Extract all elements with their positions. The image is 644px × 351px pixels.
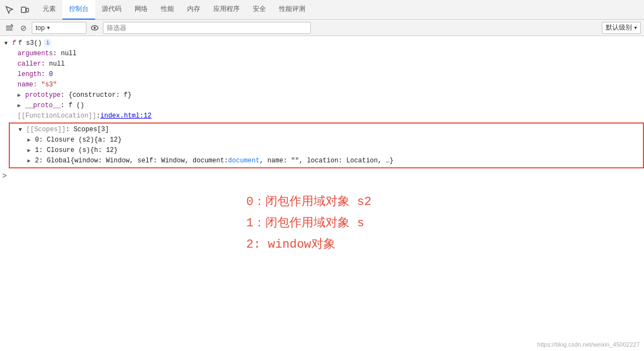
device-icon[interactable] [18,3,32,17]
arguments-val: : null [53,49,77,58]
log-level-selector[interactable]: 默认级别 ▾ [602,22,641,34]
length-line: length : 0 [0,69,644,80]
scope2-line: ▶ 2: Global {window: Window, self: Windo… [10,156,643,166]
scopes-key: [[Scopes]] [26,125,66,134]
devtools-icons [2,3,32,17]
annotation-line-0: 0：闭包作用域对象 s2 [246,192,644,212]
svg-rect-3 [6,27,13,28]
expand-scope1-arrow[interactable]: ▶ [27,146,33,155]
name-val: : "s3" [33,80,57,90]
scopes-red-box: ▼ [[Scopes]] : Scopes[3] ▶ 0: Closure (s… [9,122,644,168]
scopes-line: ▼ [[Scopes]] : Scopes[3] [10,125,643,135]
function-location-link[interactable]: index.html:12 [100,112,152,121]
expand-prototype-arrow[interactable]: ▶ [18,91,23,100]
caller-val: : null [41,60,65,69]
expand-scope0-arrow[interactable]: ▶ [27,136,33,145]
function-name: f s3() [18,39,42,48]
function-location-line: [[FunctionLocation]] : index.html:12 [0,111,644,121]
expand-s3-arrow[interactable]: ▼ [4,39,10,48]
prompt-symbol: > [2,172,7,181]
expand-scope2-arrow[interactable]: ▶ [27,156,33,166]
console-prompt-line: > [0,169,644,182]
tab-application[interactable]: 应用程序 [207,0,246,20]
name-line: name : "s3" [0,80,644,90]
annotation-section: 0：闭包作用域对象 s2 1：闭包作用域对象 s 2: window对象 [0,182,644,255]
eye-icon[interactable] [89,22,101,34]
function-location-key: [[FunctionLocation]] [18,112,96,121]
info-badge: i [44,39,51,46]
scope0-line: ▶ 0: Closure (s2) {a: 12} [10,135,643,145]
function-keyword: f [12,39,16,48]
console-output: ▼ f f s3() i arguments : null caller : n… [0,36,644,351]
scope2-doc: document [228,156,260,166]
tab-list: 元素 控制台 源代码 网络 性能 内存 应用程序 安全 性能评测 [36,0,312,19]
annotation-line-1: 1：闭包作用域对象 s [246,214,644,233]
arguments-line: arguments : null [0,49,644,59]
filter-input[interactable] [103,22,311,34]
length-key: length [18,70,41,79]
tab-sources[interactable]: 源代码 [95,0,128,20]
scope0-val: {a: 12} [94,136,121,145]
svg-rect-0 [21,7,26,13]
inspect-icon[interactable] [2,3,16,17]
svg-rect-1 [26,8,28,12]
arguments-key: arguments [18,49,53,58]
scope1-val: {h: 12} [90,146,118,155]
tab-performance-insights[interactable]: 性能评测 [272,0,312,20]
tab-elements[interactable]: 元素 [36,0,62,20]
prototype-key: prototype [25,91,61,100]
context-dropdown-icon: ▾ [47,25,50,31]
scope2-rest: , name: "", location: Location, …} [259,156,393,166]
length-val: : 0 [41,70,53,79]
proto-key: __proto__ [25,101,61,110]
svg-rect-2 [6,26,13,27]
scope1-key: 1: Closure (s) [35,146,90,155]
console-function-line: ▼ f f s3() i [0,38,644,49]
name-key: name [18,80,33,90]
caller-line: caller : null [0,59,644,69]
console-toolbar: ⊘ top ▾ 默认级别 ▾ [0,20,644,36]
stop-icon[interactable]: ⊘ [18,22,30,34]
context-selector[interactable]: top ▾ [32,22,86,34]
context-label: top [36,24,45,32]
prototype-line: ▶ prototype : {constructor: f} [0,90,644,101]
tab-network[interactable]: 网络 [128,0,154,20]
scopes-val: : Scopes[3] [66,125,109,134]
scope2-val-pre: {window: Window, self: Window, document: [71,156,228,166]
scope1-line: ▶ 1: Closure (s) {h: 12} [10,145,643,156]
tab-memory[interactable]: 内存 [181,0,207,20]
prototype-val: : {constructor: f} [61,91,132,100]
clear-console-icon[interactable] [3,22,15,34]
scope0-key: 0: Closure (s2) [35,136,94,145]
proto-line: ▶ __proto__ : f () [0,101,644,111]
tab-security[interactable]: 安全 [246,0,272,20]
devtools-window: 元素 控制台 源代码 网络 性能 内存 应用程序 安全 性能评测 ⊘ top ▾ [0,0,644,351]
expand-scopes-arrow[interactable]: ▼ [19,125,24,134]
devtools-tab-bar: 元素 控制台 源代码 网络 性能 内存 应用程序 安全 性能评测 [0,0,644,20]
function-location-colon: : [96,112,100,121]
log-level-label: 默认级别 [606,23,632,32]
log-level-arrow: ▾ [634,25,637,31]
caller-key: caller [18,60,41,69]
svg-point-7 [94,27,96,29]
proto-val: : f () [61,101,84,110]
tab-console[interactable]: 控制台 [62,0,95,20]
svg-rect-4 [6,30,13,31]
scope2-key: 2: Global [35,156,71,166]
tab-performance[interactable]: 性能 [154,0,181,20]
annotation-line-2: 2: window对象 [246,235,644,254]
expand-proto-arrow[interactable]: ▶ [18,101,23,110]
watermark: https://blog.csdn.net/weixin_45002227 [537,341,640,348]
